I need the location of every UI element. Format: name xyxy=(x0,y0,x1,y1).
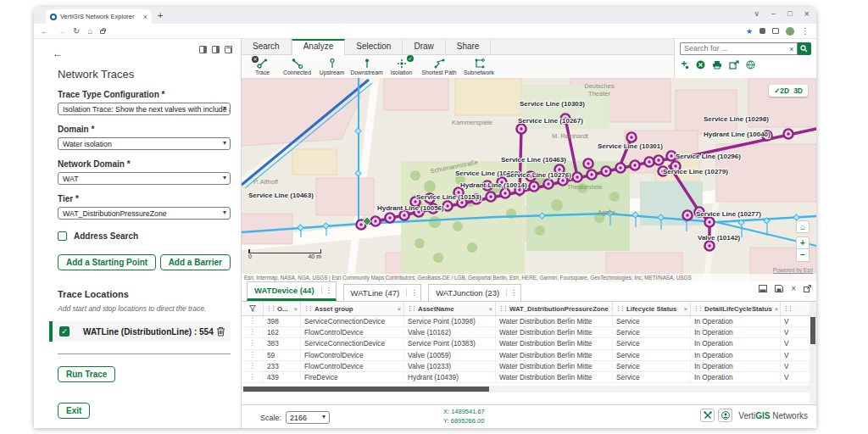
column-header[interactable]: ⋮⋮WAT_DistributionPressureZone× xyxy=(496,302,613,315)
home-extent-button[interactable]: ⌂ xyxy=(796,220,810,233)
dock-panel-icon[interactable] xyxy=(199,46,207,53)
remove-column-icon[interactable]: × xyxy=(397,305,401,313)
remove-column-icon[interactable]: × xyxy=(293,305,298,313)
table-tab-watline[interactable]: WATLine (47) ⋮ xyxy=(343,284,422,301)
reload-icon[interactable]: ↻ xyxy=(73,26,80,36)
column-header[interactable]: ⋮⋮O...× xyxy=(264,302,301,315)
add-barrier-button[interactable]: Add a Barrier xyxy=(160,254,231,270)
zoom-in-button[interactable]: + xyxy=(796,236,810,249)
tab-menu-icon[interactable]: ⋮ xyxy=(406,289,420,297)
browser-tab[interactable]: VertiGIS Network Explorer × xyxy=(46,9,152,24)
table-row[interactable]: ⋮ 439 FireDevice Hydrant (10439) Water D… xyxy=(242,372,816,383)
tool-isolation[interactable]: ✓ Isolation xyxy=(384,55,419,78)
tool-trace[interactable]: ✕ Trace xyxy=(245,55,280,78)
profile-avatar[interactable] xyxy=(786,27,794,36)
row-menu-icon[interactable]: ⋮ xyxy=(242,327,264,337)
row-menu-icon[interactable]: ⋮ xyxy=(242,338,264,348)
table-row[interactable]: ⋮ 383 ServiceConnectionDevice Service Po… xyxy=(242,338,816,349)
row-menu-icon[interactable]: ⋮ xyxy=(242,361,264,371)
run-trace-button[interactable]: Run Trace xyxy=(58,366,115,382)
window-minimize-button[interactable]: – xyxy=(771,9,776,18)
toggle-3d[interactable]: 3D xyxy=(793,86,803,95)
table-row[interactable]: ⋮ 398 ServiceConnectionDevice Service Po… xyxy=(242,316,816,327)
back-icon[interactable]: ← xyxy=(41,26,49,36)
dock-bottom-icon[interactable] xyxy=(759,285,767,292)
extensions-icon[interactable] xyxy=(760,28,765,34)
location-checkbox[interactable]: ✓ xyxy=(59,326,70,337)
powered-by-esri[interactable]: Powered by Esri xyxy=(773,267,813,273)
user-button[interactable] xyxy=(718,409,732,422)
expand-panel-icon[interactable] xyxy=(212,46,220,53)
cancel-icon[interactable] xyxy=(696,60,705,70)
home-icon[interactable]: ⌂ xyxy=(87,26,92,36)
remove-column-icon[interactable]: × xyxy=(775,305,779,313)
tab-selection[interactable]: Selection xyxy=(345,39,403,55)
window-maximize-button[interactable]: □ xyxy=(787,9,792,18)
tab-share[interactable]: Share xyxy=(446,39,492,55)
filter-header-cell[interactable] xyxy=(242,302,264,315)
search-button[interactable] xyxy=(798,42,811,55)
tab-draw[interactable]: Draw xyxy=(403,39,445,55)
forward-icon[interactable]: → xyxy=(57,26,65,36)
exit-button[interactable]: Exit xyxy=(58,403,90,419)
scrollbar-thumb[interactable] xyxy=(243,387,489,392)
print-icon[interactable] xyxy=(712,60,722,70)
scale-select[interactable]: 2166 ▾ xyxy=(286,411,330,424)
vertical-scrollbar[interactable] xyxy=(810,302,816,404)
column-header[interactable]: ⋮⋮DetailLifeCycleStatus× xyxy=(691,302,781,315)
close-panel-icon[interactable]: × xyxy=(791,284,796,293)
export-icon[interactable] xyxy=(729,60,739,70)
map-dimension-toggle[interactable]: ✓2D 3D xyxy=(769,85,808,97)
tab-menu-icon[interactable]: ⋮ xyxy=(321,287,336,294)
row-menu-icon[interactable]: ⋮ xyxy=(242,316,264,326)
bookmark-star-icon[interactable]: ★ xyxy=(746,27,753,36)
column-header[interactable]: ⋮⋮AssetName× xyxy=(404,302,496,315)
row-menu-icon[interactable]: ⋮ xyxy=(242,350,264,360)
tool-subnetwork[interactable]: Subnetwork xyxy=(459,55,498,78)
new-tab-button[interactable]: + xyxy=(158,10,163,20)
remove-column-icon[interactable]: × xyxy=(488,305,492,313)
address-search-checkbox[interactable] xyxy=(58,231,67,241)
globe-icon[interactable] xyxy=(746,60,755,70)
trace-location-item[interactable]: ✓ WATLine (DistributionLine) : 554 xyxy=(49,321,231,342)
table-row[interactable]: ⋮ 162 FlowControlDevice Valve (10162) Wa… xyxy=(242,327,816,338)
network-domain-select[interactable]: WAT ▾ xyxy=(58,172,231,185)
column-header[interactable]: ⋮⋮Asset group× xyxy=(301,302,404,315)
panel-back-icon[interactable]: ← xyxy=(53,47,63,59)
tab-search[interactable]: Search xyxy=(242,39,292,55)
map-viewport[interactable]: Service Line (10303) Service Line (10267… xyxy=(242,78,816,281)
tool-shortest-path[interactable]: Shortest Path xyxy=(419,55,459,78)
table-row[interactable]: ⋮ 59 FlowControlDevice Valve (10059) Wat… xyxy=(242,350,816,361)
tab-menu-icon[interactable]: ⋮ xyxy=(506,289,520,297)
table-tab-watdevice[interactable]: WATDevice (44) ⋮ xyxy=(247,281,337,301)
add-starting-point-button[interactable]: Add a Starting Point xyxy=(58,254,156,270)
save-icon[interactable] xyxy=(775,285,783,292)
table-row[interactable]: ⋮ 233 FlowControlDevice Valve (10233) Wa… xyxy=(242,361,816,372)
domain-select[interactable]: Water isolation ▾ xyxy=(58,137,231,150)
sidepanel-icon[interactable] xyxy=(772,28,779,34)
tab-close-icon[interactable]: × xyxy=(143,13,147,21)
open-new-icon[interactable] xyxy=(804,285,811,292)
horizontal-scrollbar[interactable] xyxy=(242,386,810,392)
open-new-window-icon[interactable] xyxy=(225,46,232,53)
tab-analyze[interactable]: Analyze xyxy=(292,39,346,55)
tools-button[interactable] xyxy=(700,409,715,422)
tool-downstream[interactable]: Downstream xyxy=(349,55,384,78)
row-menu-icon[interactable]: ⋮ xyxy=(242,372,264,382)
scrollbar-thumb[interactable] xyxy=(810,317,815,344)
search-input[interactable] xyxy=(680,42,787,55)
trace-type-select[interactable]: Isolation Trace: Show the next valves wi… xyxy=(58,103,231,115)
remove-column-icon[interactable]: × xyxy=(683,305,687,313)
tool-upstream[interactable]: Upstream xyxy=(314,55,349,78)
table-tab-watjunction[interactable]: WATJunction (23) ⋮ xyxy=(428,284,521,301)
window-close-button[interactable]: × xyxy=(804,8,810,19)
tool-connected[interactable]: Connected xyxy=(280,55,314,78)
window-chevron-icon[interactable]: ∨ xyxy=(754,9,760,18)
zoom-out-button[interactable]: − xyxy=(796,249,810,262)
add-point-icon[interactable] xyxy=(680,60,689,70)
column-header[interactable]: ⋮⋮Lifecycle Status× xyxy=(613,302,691,315)
search-clear-icon[interactable]: × xyxy=(787,42,798,55)
trash-icon[interactable] xyxy=(216,326,225,337)
browser-menu-icon[interactable]: ⋮ xyxy=(801,26,810,36)
tier-select[interactable]: WAT_DistributionPressureZone ▾ xyxy=(58,207,231,220)
